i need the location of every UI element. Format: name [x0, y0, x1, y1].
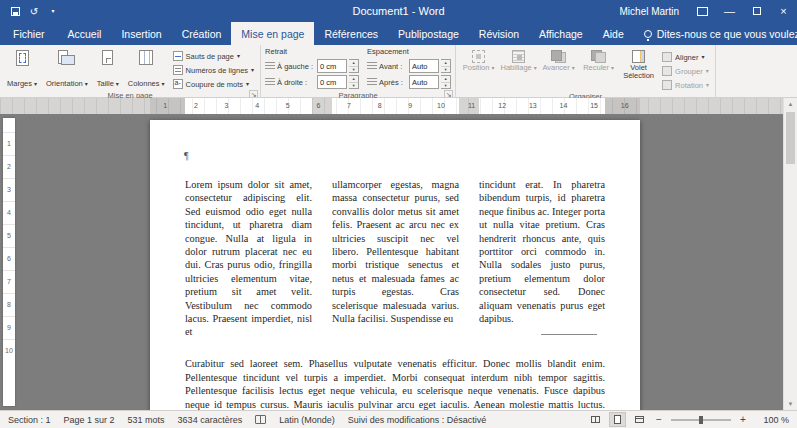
- selection-pane-button[interactable]: Volet Sélection: [620, 47, 657, 91]
- status-character-count[interactable]: 3634 caractères: [178, 415, 243, 425]
- tab-accueil[interactable]: Accueil: [58, 22, 112, 45]
- quick-access-toolbar: ↺ ▾: [0, 2, 62, 20]
- rotate-button[interactable]: Rotation ▾: [660, 79, 711, 91]
- save-button[interactable]: [6, 2, 24, 20]
- hyphenation-button[interactable]: Coupure de mots ▾: [171, 78, 257, 90]
- zoom-slider-thumb[interactable]: [699, 416, 703, 424]
- wrap-text-button[interactable]: Habillage▾: [500, 47, 537, 91]
- tab-publipostage[interactable]: Publipostage: [388, 22, 469, 45]
- tab-mise-en-page[interactable]: Mise en page: [231, 22, 314, 45]
- columns-icon: [139, 50, 153, 65]
- ribbon-empty-space: [716, 45, 797, 97]
- lightbulb-icon: [644, 30, 652, 38]
- spacing-after-stepper[interactable]: ▴▾: [441, 75, 451, 89]
- chevron-down-icon: ▾: [51, 8, 54, 14]
- tab-insertion[interactable]: Insertion: [111, 22, 171, 45]
- columns-button[interactable]: Colonnes▾: [125, 47, 168, 90]
- minimize-icon: —: [724, 5, 735, 17]
- text-column-2[interactable]: ullamcorper egestas, magna massa consect…: [332, 178, 459, 325]
- align-button[interactable]: Aligner ▾: [660, 51, 711, 63]
- qat-customize-button[interactable]: ▾: [44, 2, 62, 20]
- vertical-ruler[interactable]: 12 34 56 78 910: [3, 118, 15, 406]
- line-numbers-button[interactable]: Numéros de lignes ▾: [171, 64, 257, 76]
- account-name[interactable]: Michel Martin: [610, 6, 689, 17]
- spacing-after-input[interactable]: Auto: [409, 75, 439, 89]
- breaks-label: Sauts de page: [186, 52, 234, 61]
- title-bar: ↺ ▾ Document1 - Word Michel Martin — ×: [0, 0, 797, 22]
- group-objects-button[interactable]: Grouper ▾: [660, 65, 711, 77]
- indent-right-input[interactable]: 0 cm: [317, 75, 347, 89]
- spacing-before-stepper[interactable]: ▴▾: [441, 59, 451, 73]
- orientation-icon: [58, 50, 75, 66]
- restore-button[interactable]: [743, 0, 770, 22]
- read-mode-button[interactable]: [588, 413, 603, 426]
- document-page[interactable]: ¶ Lorem ipsum dolor sit amet, consectetu…: [150, 120, 640, 410]
- scroll-thumb[interactable]: [786, 112, 795, 164]
- tell-me-label: Dites-nous ce que vous voulez faire: [657, 28, 797, 40]
- zoom-out-button[interactable]: −: [654, 414, 664, 425]
- status-language[interactable]: Latin (Monde): [279, 415, 335, 425]
- ribbon-display-options-button[interactable]: [689, 0, 716, 22]
- send-backward-icon: [591, 50, 606, 63]
- chevron-down-icon: ▾: [706, 82, 709, 88]
- hyphenation-icon: [173, 79, 183, 89]
- group-objects-label: Grouper: [675, 67, 703, 76]
- tab-fichier[interactable]: Fichier: [0, 22, 58, 45]
- web-layout-button[interactable]: [632, 413, 647, 426]
- last-paragraph[interactable]: Curabitur sed laoreet sem. Phasellus vul…: [185, 357, 605, 410]
- indent-right-icon: [265, 78, 275, 86]
- status-page[interactable]: Page 1 sur 2: [64, 415, 115, 425]
- document-canvas[interactable]: 12 34 56 78 910 ¶ Lorem ipsum dolor sit …: [0, 114, 797, 410]
- margins-button[interactable]: Marges▾: [4, 47, 40, 90]
- tab-creation[interactable]: Création: [172, 22, 232, 45]
- margins-label: Marges: [7, 80, 32, 88]
- zoom-level[interactable]: 100 %: [755, 415, 789, 425]
- proofing-icon[interactable]: [255, 415, 266, 424]
- bring-forward-button[interactable]: Avancer▾: [540, 47, 577, 91]
- tab-affichage[interactable]: Affichage: [529, 22, 593, 45]
- ribbon: Marges▾ Orientation▾ Taille▾ Colonnes▾: [0, 45, 797, 98]
- bring-forward-icon: [551, 50, 566, 63]
- page-size-icon: [102, 50, 113, 65]
- text-column-1[interactable]: Lorem ipsum dolor sit amet, consectetur …: [185, 178, 312, 339]
- indent-left-icon: [265, 62, 275, 70]
- text-column-3[interactable]: tincidunt erat. In pharetra bibendum tur…: [479, 178, 605, 325]
- indent-left-stepper[interactable]: ▴▾: [349, 59, 359, 73]
- scroll-down-button[interactable]: ▼: [784, 398, 797, 410]
- scroll-up-button[interactable]: ▲: [784, 98, 797, 110]
- orientation-button[interactable]: Orientation▾: [43, 47, 91, 90]
- size-label: Taille: [97, 80, 114, 88]
- tab-references[interactable]: Références: [314, 22, 388, 45]
- status-section[interactable]: Section : 1: [8, 415, 51, 425]
- vertical-scrollbar[interactable]: ▲ ▼: [783, 98, 797, 410]
- status-track-changes[interactable]: Suivi des modifications : Désactivé: [348, 415, 487, 425]
- chevron-down-icon: ▾: [534, 65, 537, 71]
- spacing-before-input[interactable]: Auto: [409, 59, 439, 73]
- ribbon-options-icon: [697, 7, 708, 16]
- chevron-down-icon: ▾: [237, 53, 240, 59]
- selection-pane-icon: [632, 50, 645, 63]
- position-button[interactable]: Position▾: [460, 47, 497, 91]
- minimize-button[interactable]: —: [716, 0, 743, 22]
- pilcrow-mark: ¶: [184, 150, 189, 161]
- tab-aide[interactable]: Aide: [593, 22, 634, 45]
- tab-revision[interactable]: Révision: [469, 22, 529, 45]
- indent-left-input[interactable]: 0 cm: [317, 59, 347, 73]
- rotate-label: Rotation: [675, 81, 703, 90]
- chevron-down-icon: ▾: [701, 54, 704, 60]
- send-backward-button[interactable]: Reculer▾: [580, 47, 617, 91]
- bring-forward-label: Avancer: [542, 64, 569, 72]
- zoom-in-button[interactable]: +: [738, 414, 748, 425]
- horizontal-ruler[interactable]: 1234 5678 9101112 13141516: [0, 98, 783, 114]
- close-button[interactable]: ×: [770, 0, 797, 22]
- print-layout-button[interactable]: [610, 413, 625, 426]
- indent-right-stepper[interactable]: ▴▾: [349, 75, 359, 89]
- status-bar: Section : 1 Page 1 sur 2 531 mots 3634 c…: [0, 410, 797, 428]
- breaks-button[interactable]: Sauts de page ▾: [171, 50, 257, 62]
- tell-me-box[interactable]: Dites-nous ce que vous voulez faire: [634, 22, 797, 45]
- zoom-slider[interactable]: [671, 419, 731, 421]
- status-word-count[interactable]: 531 mots: [128, 415, 165, 425]
- size-button[interactable]: Taille▾: [94, 47, 122, 90]
- group-mise-en-page: Marges▾ Orientation▾ Taille▾ Colonnes▾: [0, 45, 261, 97]
- undo-button[interactable]: ↺: [25, 2, 43, 20]
